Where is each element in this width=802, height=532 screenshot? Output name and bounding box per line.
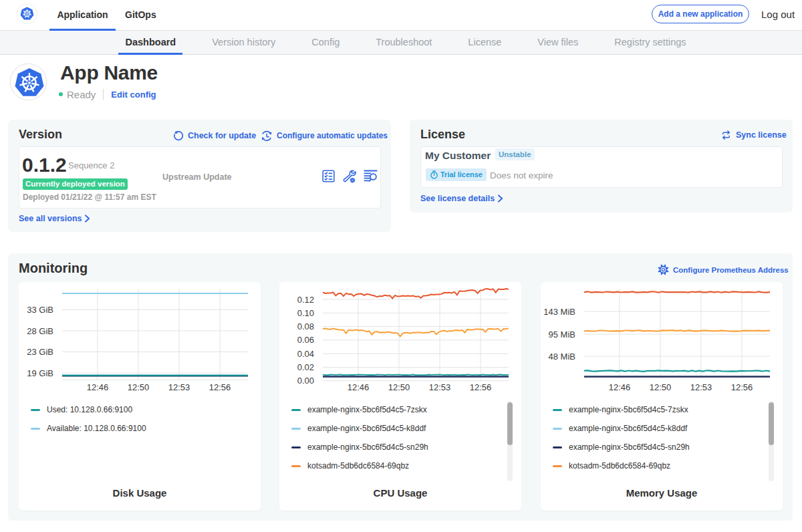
svg-text:48 MiB: 48 MiB [549,352,575,362]
svg-text:12:46: 12:46 [348,382,370,392]
svg-text:12:46: 12:46 [609,382,631,392]
svg-text:12:46: 12:46 [87,382,109,392]
svg-text:12:53: 12:53 [429,382,451,392]
svg-text:33 GiB: 33 GiB [27,305,53,315]
svg-text:12:50: 12:50 [650,382,672,392]
svg-text:0.08: 0.08 [297,321,314,331]
svg-text:12:56: 12:56 [470,382,492,392]
svg-text:12:56: 12:56 [731,382,753,392]
svg-text:0.02: 0.02 [297,362,314,372]
svg-text:0.00: 0.00 [297,376,314,386]
svg-text:12:50: 12:50 [388,382,410,392]
svg-text:12:53: 12:53 [168,382,190,392]
svg-text:0.10: 0.10 [297,308,314,318]
svg-text:0.04: 0.04 [297,349,314,359]
svg-text:143 MiB: 143 MiB [543,307,575,317]
svg-text:28 GiB: 28 GiB [27,326,53,336]
svg-text:0.06: 0.06 [297,335,314,345]
svg-text:0.12: 0.12 [297,295,314,305]
svg-text:12:53: 12:53 [690,382,712,392]
svg-text:23 GiB: 23 GiB [27,347,53,357]
svg-text:12:50: 12:50 [128,382,150,392]
svg-text:19 GiB: 19 GiB [27,368,53,378]
svg-text:95 MiB: 95 MiB [549,329,575,340]
svg-text:12:56: 12:56 [209,382,231,392]
